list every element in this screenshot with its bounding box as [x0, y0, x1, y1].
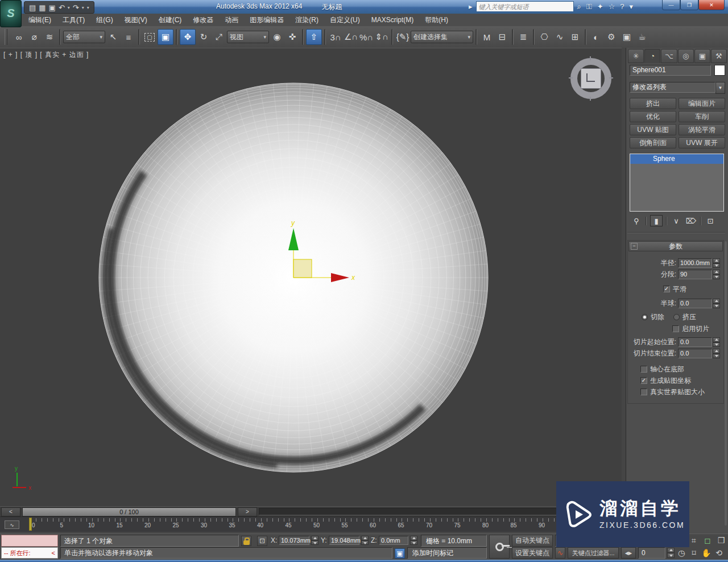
graphite-modeling-toggle-button[interactable]: ⎔ — [537, 30, 552, 44]
selection-filter-dropdown[interactable]: 全部 — [63, 31, 105, 43]
default-tangent-button[interactable]: ∿ — [555, 547, 565, 559]
slice-from-field[interactable]: 0.0 — [678, 337, 712, 347]
zoom-extents-all-button[interactable]: ❒ — [715, 535, 727, 546]
keyboard-shortcut-override-toggle[interactable]: ⇧ — [306, 29, 322, 45]
viewport-canvas[interactable]: yxyx — [0, 48, 622, 507]
base-to-pivot-checkbox[interactable] — [640, 366, 647, 373]
material-editor-button[interactable]: ◐ — [589, 30, 603, 44]
menu-tools[interactable]: 工具(T) — [57, 14, 90, 26]
select-and-rotate-button[interactable]: ↻ — [196, 30, 211, 44]
select-by-name-button[interactable]: ≡ — [121, 30, 136, 44]
modifier-button-uvw-map[interactable]: UVW 贴图 — [630, 124, 676, 135]
angle-snap-toggle-button[interactable]: ∠∩ — [344, 30, 358, 44]
frame-spinner[interactable] — [667, 548, 675, 558]
restore-button[interactable]: ❐ — [680, 0, 698, 10]
y-coordinate-field[interactable]: 19.048mm — [329, 536, 359, 545]
x-spinner[interactable] — [311, 536, 318, 545]
isolate-selection-toggle[interactable]: ▣ — [395, 548, 405, 559]
favorites-star-icon[interactable]: ☆ — [609, 2, 615, 11]
prev-next-key-buttons[interactable]: ◀▶ — [621, 547, 636, 559]
trackbar-ruler[interactable]: 0510152025303540455055606570758085909510… — [0, 517, 622, 532]
menu-group[interactable]: 组(G) — [90, 14, 118, 26]
viewcube-top-face[interactable] — [581, 68, 601, 89]
key-filters-button[interactable]: 关键点过滤器... — [568, 547, 619, 559]
current-frame-marker[interactable] — [29, 518, 32, 531]
bind-to-space-warp-button[interactable]: ≋ — [42, 30, 57, 44]
menu-views[interactable]: 视图(V) — [119, 14, 153, 26]
chevron-down-icon[interactable]: ▼ — [715, 82, 725, 94]
help-dropdown-arrow[interactable]: ▾ — [630, 2, 634, 11]
generate-mapping-checkbox[interactable] — [640, 377, 647, 384]
quick-access-customize-arrow[interactable]: ▾ — [87, 5, 89, 10]
toolbar-grip[interactable] — [5, 29, 7, 45]
zoom-region-button[interactable]: ⌗ — [688, 535, 700, 546]
menu-edit[interactable]: 编辑(E) — [23, 14, 57, 26]
tab-display[interactable]: ▣ — [694, 49, 710, 63]
align-button[interactable]: ⊟ — [495, 30, 510, 44]
save-file-button[interactable]: ▣ — [49, 3, 56, 12]
menu-help[interactable]: 帮助(H) — [419, 14, 454, 26]
help-icon[interactable]: ? — [620, 2, 624, 11]
use-pivot-point-center-button[interactable]: ◉ — [270, 30, 284, 44]
curve-editor-button[interactable]: ∿ — [552, 30, 567, 44]
search-advance-arrow[interactable]: ▸ — [469, 2, 473, 11]
remove-modifier-button[interactable]: ⌦ — [685, 216, 697, 226]
application-menu-button[interactable]: S — [0, 0, 22, 27]
undo-button[interactable]: ↶ — [59, 3, 65, 12]
z-coordinate-field[interactable]: 0.0mm — [379, 536, 408, 545]
radius-field[interactable]: 1000.0mm — [678, 258, 712, 268]
field-of-view-button[interactable]: ⌑ — [688, 547, 700, 559]
search-input[interactable] — [476, 1, 574, 12]
select-and-scale-button[interactable]: ⤢ — [212, 30, 226, 44]
menu-graph-editors[interactable]: 图形编辑器 — [244, 14, 289, 26]
time-configuration-button[interactable]: ◷ — [676, 547, 687, 559]
current-frame-field[interactable]: 0 — [638, 547, 665, 559]
slice-from-spinner[interactable] — [713, 337, 720, 347]
selection-lock-toggle[interactable] — [241, 536, 251, 546]
snaps-toggle-3d-button[interactable]: 3∩ — [328, 30, 343, 44]
unlink-selection-button[interactable]: ⌀ — [27, 30, 42, 44]
render-setup-button[interactable]: ⚙ — [604, 30, 619, 44]
absolute-offset-toggle[interactable]: ⊡ — [257, 536, 267, 546]
slice-to-spinner[interactable] — [713, 349, 720, 358]
modifier-stack[interactable]: Sphere — [630, 154, 724, 212]
add-time-tag[interactable]: 添加时间标记 — [407, 547, 487, 559]
open-file-button[interactable]: ▦ — [39, 3, 46, 12]
tab-motion[interactable]: ◎ — [678, 49, 694, 63]
slice-to-field[interactable]: 0.0 — [678, 349, 712, 358]
window-crossing-toggle[interactable]: ▣ — [158, 29, 173, 45]
parameters-rollout-header[interactable]: − 参数 — [628, 241, 723, 251]
segments-field[interactable]: 90 — [678, 270, 712, 279]
tab-hierarchy[interactable]: ⌥ — [661, 49, 677, 63]
modifier-button-extrude[interactable]: 挤出 — [630, 98, 676, 109]
modifier-button-unwrap-uvw[interactable]: UVW 展开 — [679, 137, 725, 148]
zoom-extents-selected-button[interactable]: ◻ — [702, 535, 713, 546]
viewport-label[interactable]: [ + ] [ 顶 ] [ 真实 + 边面 ] — [3, 50, 89, 60]
macro-recorder-pane[interactable] — [1, 535, 58, 547]
squash-radio[interactable] — [673, 314, 680, 320]
menu-customize[interactable]: 自定义(U) — [324, 14, 366, 26]
select-and-manipulate-button[interactable]: ✜ — [285, 30, 300, 44]
configure-modifier-sets-button[interactable]: ⊡ — [705, 216, 716, 226]
radius-spinner[interactable] — [713, 258, 720, 268]
tab-modify[interactable]: ◔ — [644, 49, 660, 63]
tab-create[interactable]: ✳ — [628, 49, 644, 63]
object-name-field[interactable]: Sphere001 — [630, 65, 711, 76]
rendered-frame-window-button[interactable]: ▣ — [619, 30, 634, 44]
menu-rendering[interactable]: 渲染(R) — [289, 14, 324, 26]
close-button[interactable]: ✕ — [698, 0, 725, 10]
hemisphere-field[interactable]: 0.0 — [678, 299, 712, 308]
redo-button[interactable]: ↷ — [73, 3, 79, 12]
set-key-button[interactable]: 设置关键点 — [512, 547, 553, 559]
mirror-button[interactable]: M — [479, 30, 494, 44]
edit-named-selection-sets-button[interactable]: {✎} — [395, 30, 410, 44]
menu-animation[interactable]: 动画 — [219, 14, 244, 26]
named-selection-sets-dropdown[interactable]: 创建选择集 — [411, 31, 473, 43]
maximize-viewport-toggle[interactable]: ⤢ — [726, 547, 728, 559]
minimize-button[interactable]: — — [662, 0, 680, 10]
z-spinner[interactable] — [410, 536, 417, 545]
rectangular-selection-region-button[interactable]: ▢ — [142, 30, 157, 44]
select-and-move-button[interactable]: ✥ — [180, 29, 196, 45]
hemisphere-spinner[interactable] — [713, 299, 720, 308]
real-world-map-checkbox[interactable] — [640, 389, 647, 395]
